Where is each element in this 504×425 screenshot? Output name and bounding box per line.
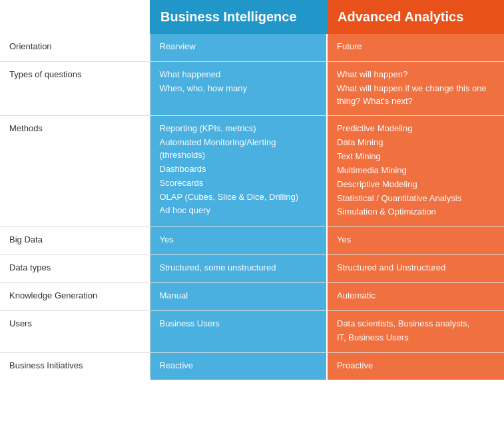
row-label: Business Initiatives <box>0 352 150 380</box>
table-row: UsersBusiness UsersData scientists, Busi… <box>0 310 504 352</box>
table-row: Types of questionsWhat happenedWhen, who… <box>0 61 504 116</box>
row-label: Users <box>0 310 150 352</box>
bi-cell: Yes <box>150 227 327 255</box>
table-row: OrientationRearviewFuture <box>0 34 504 61</box>
cell-text: Rearview <box>160 41 318 53</box>
aa-cell: What will happen?What will happen if we … <box>327 61 504 116</box>
cell-text: Future <box>337 41 495 53</box>
aa-cell: Predictive ModelingData MiningText Minin… <box>327 116 504 227</box>
aa-cell: Structured and Unstructured <box>327 255 504 283</box>
cell-text: What will happen if we change this one t… <box>337 83 495 108</box>
bi-cell: Rearview <box>150 34 327 61</box>
cell-text: Predictive Modeling <box>337 123 495 135</box>
cell-text: Automatic <box>337 290 495 302</box>
row-label: Data types <box>0 255 150 283</box>
table-row: Knowledge GenerationManualAutomatic <box>0 282 504 310</box>
cell-text: Data scientists, Business analysts, <box>337 318 495 330</box>
table-row: MethodsReporting (KPIs, metrics)Automate… <box>0 116 504 227</box>
cell-text: Statistical / Quantitative Analysis <box>337 193 495 205</box>
cell-text: Descriptive Modeling <box>337 179 495 191</box>
cell-text: Data Mining <box>337 137 495 149</box>
cell-text: Manual <box>160 290 318 302</box>
cell-text: Yes <box>337 234 495 246</box>
bi-cell: Manual <box>150 282 327 310</box>
row-label: Big Data <box>0 227 150 255</box>
cell-text: Reactive <box>160 360 318 372</box>
table-row: Data typesStructured, some unstructuredS… <box>0 255 504 283</box>
cell-text: Dashboards <box>160 163 318 176</box>
aa-header: Advanced Analytics <box>327 0 504 34</box>
aa-cell: Yes <box>327 227 504 255</box>
cell-text: When, who, how many <box>160 83 318 95</box>
bi-cell: What happenedWhen, who, how many <box>150 61 327 116</box>
table-row: Big DataYesYes <box>0 227 504 255</box>
row-label: Methods <box>0 116 150 227</box>
row-label: Types of questions <box>0 61 150 116</box>
cell-text: Structured and Unstructured <box>337 262 495 274</box>
cell-text: Structured, some unstructured <box>160 262 318 274</box>
cell-text: Simulation & Optimization <box>337 206 495 218</box>
cell-text: Text Mining <box>337 151 495 163</box>
bi-cell: Reporting (KPIs, metrics)Automated Monit… <box>150 116 327 227</box>
cell-text: Scorecards <box>160 177 318 190</box>
cell-text: Automated Monitoring/Alerting (threshold… <box>160 137 318 162</box>
comparison-table: Business Intelligence Advanced Analytics… <box>0 0 504 380</box>
cell-text: Business Users <box>160 318 318 330</box>
aa-cell: Automatic <box>327 282 504 310</box>
row-label: Orientation <box>0 34 150 61</box>
cell-text: Multimedia Mining <box>337 165 495 177</box>
cell-text: Ad hoc query <box>160 205 318 217</box>
aa-cell: Data scientists, Business analysts,IT, B… <box>327 310 504 352</box>
cell-text: OLAP (Cubes, Slice & Dice, Drilling) <box>160 191 318 204</box>
cell-text: Reporting (KPIs, metrics) <box>160 123 318 135</box>
cell-text: What happened <box>160 69 318 81</box>
cell-text: Proactive <box>337 360 495 372</box>
aa-cell: Proactive <box>327 352 504 380</box>
cell-text: IT, Business Users <box>337 332 495 344</box>
cell-text: Yes <box>160 234 318 246</box>
table-row: Business InitiativesReactiveProactive <box>0 352 504 380</box>
empty-header <box>0 0 150 34</box>
aa-cell: Future <box>327 34 504 61</box>
row-label: Knowledge Generation <box>0 282 150 310</box>
bi-cell: Business Users <box>150 310 327 352</box>
bi-cell: Structured, some unstructured <box>150 255 327 283</box>
cell-text: What will happen? <box>337 69 495 81</box>
bi-cell: Reactive <box>150 352 327 380</box>
bi-header: Business Intelligence <box>150 0 327 34</box>
